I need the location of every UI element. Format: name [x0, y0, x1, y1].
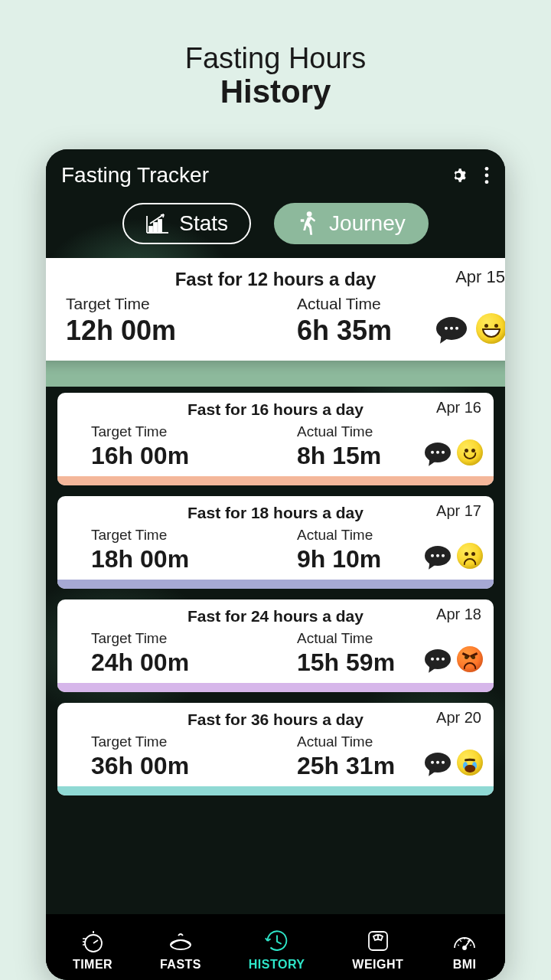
mood-row [425, 543, 483, 569]
bottom-nav: TIMER FASTS HISTORY [46, 914, 505, 980]
history-list: Fast for 16 hours a day Apr 16 Target Ti… [46, 387, 505, 795]
target-col: Target Time 18h 00m [70, 527, 276, 573]
tab-journey-label: Journey [329, 211, 406, 236]
target-value: 12h 00m [66, 315, 276, 347]
comment-icon[interactable] [425, 546, 451, 566]
svg-point-0 [485, 167, 489, 171]
tab-journey[interactable]: Journey [274, 203, 429, 244]
actual-label: Actual Time [297, 295, 505, 313]
bmi-icon [451, 927, 478, 955]
history-entry[interactable]: Fast for 16 hours a day Apr 16 Target Ti… [57, 393, 494, 485]
target-label: Target Time [91, 527, 276, 544]
card-stripe [57, 786, 494, 795]
card-stripe [57, 683, 494, 692]
svg-rect-3 [149, 227, 152, 233]
entry-date: Apr 20 [436, 709, 481, 727]
comment-icon[interactable] [425, 753, 451, 773]
card-stripe [57, 580, 494, 589]
history-entry-featured[interactable]: Fast for 12 hours a day Apr 15 Target Ti… [46, 258, 505, 361]
times-row: Target Time 24h 00m Actual Time 15h 59m [70, 630, 481, 677]
gear-icon[interactable] [448, 165, 468, 185]
more-icon[interactable] [484, 165, 490, 185]
mood-row [425, 750, 483, 776]
nav-history-label: HISTORY [249, 958, 305, 972]
svg-rect-7 [301, 219, 305, 221]
actual-label: Actual Time [297, 630, 481, 647]
page-title-line1: Fasting Hours [0, 42, 551, 75]
page-title-line2: History [0, 74, 551, 110]
fasts-icon [167, 927, 194, 955]
mood-smile-icon[interactable] [457, 439, 483, 466]
svg-rect-4 [154, 223, 157, 233]
nav-fasts-label: FASTS [160, 958, 201, 972]
history-entry[interactable]: Fast for 36 hours a day Apr 20 Target Ti… [57, 703, 494, 795]
target-value: 18h 00m [91, 545, 276, 573]
target-col: Target Time 16h 00m [70, 423, 276, 470]
target-col: Target Time 24h 00m [70, 630, 276, 677]
tab-stats[interactable]: Stats [122, 203, 251, 244]
comment-icon[interactable] [425, 649, 451, 669]
target-label: Target Time [91, 423, 276, 440]
phone-frame: Fasting Tracker Stats [46, 149, 505, 980]
mood-row [436, 313, 505, 344]
header-icons [448, 165, 490, 185]
target-label: Target Time [91, 733, 276, 750]
comment-icon[interactable] [425, 443, 451, 462]
page-header: Fasting Hours History [0, 0, 551, 110]
nav-bmi[interactable]: BMI [451, 927, 478, 972]
nav-fasts[interactable]: FASTS [160, 927, 201, 972]
mood-frown-icon[interactable] [457, 543, 483, 569]
entry-title: Fast for 12 hours a day [46, 269, 505, 290]
nav-weight-label: WEIGHT [352, 958, 403, 972]
target-label: Target Time [66, 295, 276, 313]
entry-date: Apr 15 [455, 267, 505, 287]
app-header: Fasting Tracker [46, 149, 505, 197]
times-row: Target Time 18h 00m Actual Time 9h 10m [70, 527, 481, 573]
nav-weight[interactable]: WEIGHT [352, 927, 403, 972]
entry-date: Apr 17 [436, 502, 481, 520]
walk-icon [297, 211, 320, 237]
nav-timer[interactable]: TIMER [73, 927, 112, 972]
weight-icon [364, 927, 392, 955]
svg-point-1 [485, 174, 489, 178]
mood-row [425, 439, 483, 466]
target-value: 24h 00m [91, 648, 276, 677]
target-value: 36h 00m [91, 752, 276, 780]
actual-label: Actual Time [297, 733, 481, 750]
timer-icon [79, 927, 106, 955]
mood-cry-icon[interactable] [457, 750, 483, 776]
mood-grin-icon[interactable] [476, 313, 505, 344]
entry-title: Fast for 36 hours a day [70, 710, 481, 729]
history-entry[interactable]: Fast for 24 hours a day Apr 18 Target Ti… [57, 599, 494, 692]
card-stripe [57, 476, 494, 485]
times-row: Target Time 16h 00m Actual Time 8h 15m [70, 423, 481, 470]
target-label: Target Time [91, 630, 276, 647]
svg-point-9 [171, 940, 191, 949]
mood-row [425, 646, 483, 672]
svg-point-2 [485, 180, 489, 184]
tabs-row: Stats Journey [46, 197, 505, 258]
target-col: Target Time 12h 00m [46, 295, 276, 347]
entry-date: Apr 16 [436, 399, 481, 416]
history-icon [263, 927, 291, 955]
actual-label: Actual Time [297, 527, 481, 544]
tab-stats-label: Stats [179, 211, 228, 236]
target-value: 16h 00m [91, 442, 276, 470]
entry-title: Fast for 24 hours a day [70, 607, 481, 626]
entry-date: Apr 18 [436, 606, 481, 623]
times-row: Target Time 36h 00m Actual Time 25h 31m [70, 733, 481, 780]
stats-icon [145, 213, 170, 234]
svg-rect-5 [158, 220, 161, 233]
comment-icon[interactable] [436, 317, 467, 340]
svg-point-11 [463, 946, 466, 949]
history-entry[interactable]: Fast for 18 hours a day Apr 17 Target Ti… [57, 496, 494, 589]
nav-bmi-label: BMI [453, 958, 477, 972]
svg-point-6 [307, 211, 312, 217]
mood-angry-icon[interactable] [457, 646, 483, 672]
nav-timer-label: TIMER [73, 958, 112, 972]
nav-history[interactable]: HISTORY [249, 927, 305, 972]
app-title: Fasting Tracker [61, 163, 209, 188]
featured-banner: Fast for 12 hours a day Apr 15 Target Ti… [46, 258, 505, 387]
entry-title: Fast for 16 hours a day [70, 400, 481, 419]
entry-title: Fast for 18 hours a day [70, 504, 481, 522]
